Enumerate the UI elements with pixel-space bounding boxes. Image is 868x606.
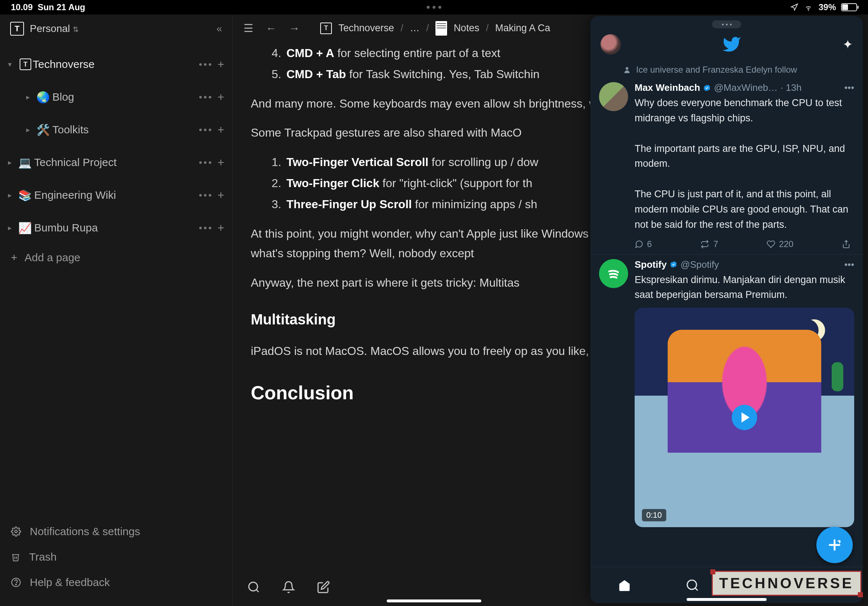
crumb-root[interactable]: Technoverse bbox=[338, 23, 394, 34]
crumb-current[interactable]: Making A Ca bbox=[495, 23, 550, 34]
search-icon[interactable] bbox=[247, 581, 260, 594]
sidebar-item-engineering-wiki[interactable]: ▸📚 Engineering Wiki •••+ bbox=[0, 179, 232, 212]
svg-point-0 bbox=[808, 9, 809, 10]
play-icon[interactable] bbox=[732, 405, 757, 430]
home-indicator[interactable] bbox=[687, 598, 767, 601]
tweet-text: Ekspresikan dirimu. Manjakan diri dengan… bbox=[635, 272, 854, 303]
battery-percent: 39% bbox=[818, 2, 836, 12]
note-icon bbox=[436, 21, 447, 36]
help-feedback[interactable]: Help & feedback bbox=[11, 570, 222, 595]
add-page-button[interactable]: + Add a page bbox=[0, 244, 232, 271]
svg-point-4 bbox=[249, 582, 258, 591]
sidebar-item-toolkits[interactable]: ▸🛠️ Toolkits •••+ bbox=[0, 113, 232, 146]
root-icon: T bbox=[320, 23, 332, 34]
back-icon[interactable]: ← bbox=[263, 21, 279, 36]
books-icon: 📚 bbox=[18, 189, 34, 202]
home-indicator[interactable] bbox=[387, 600, 481, 602]
tweet-text: Why does everyone benchmark the CPU to t… bbox=[635, 96, 854, 232]
gear-icon bbox=[11, 526, 21, 536]
sparkle-icon[interactable]: ✦ bbox=[843, 37, 853, 52]
plus-icon: + bbox=[11, 251, 17, 264]
sidebar-item-blog[interactable]: ▸🌏 Blog •••+ bbox=[0, 80, 232, 113]
trash[interactable]: Trash bbox=[11, 544, 222, 570]
location-icon bbox=[790, 3, 798, 11]
share-button[interactable] bbox=[842, 239, 851, 249]
crumb-ellipsis[interactable]: … bbox=[410, 23, 420, 34]
retweet-button[interactable]: 7 bbox=[700, 239, 718, 249]
tweet-media[interactable]: 0:10 bbox=[635, 308, 854, 527]
item-menu-icon[interactable]: ••• bbox=[199, 59, 213, 70]
sidebar-item-technoverse[interactable]: ▾T Technoverse ••• + bbox=[0, 48, 232, 80]
forward-icon[interactable]: → bbox=[286, 21, 303, 36]
twitter-logo-icon bbox=[722, 34, 741, 54]
status-bar: 10.09 Sun 21 Aug 39% bbox=[0, 0, 868, 14]
tweet-avatar[interactable] bbox=[599, 82, 628, 111]
sidebar-item-technical-project[interactable]: ▸💻 Technical Project •••+ bbox=[0, 146, 232, 179]
notifications-icon[interactable] bbox=[282, 581, 295, 594]
social-context: Ice universe and Franzeska Edelyn follow bbox=[590, 62, 863, 78]
workspace-switcher[interactable]: Personal ⇅ bbox=[30, 23, 79, 34]
chart-icon: 📈 bbox=[18, 222, 34, 234]
compose-icon[interactable] bbox=[317, 581, 330, 594]
status-time-date: 10.09 Sun 21 Aug bbox=[11, 2, 790, 12]
crumb-notes[interactable]: Notes bbox=[454, 23, 479, 34]
slideover-grabber[interactable] bbox=[712, 20, 741, 28]
reply-button[interactable]: 6 bbox=[635, 239, 652, 249]
sidebar-item-bumbu-rupa[interactable]: ▸📈 Bumbu Rupa •••+ bbox=[0, 212, 232, 244]
menu-icon[interactable]: ☰ bbox=[240, 20, 256, 36]
svg-point-1 bbox=[15, 530, 17, 533]
collapse-sidebar-icon[interactable]: « bbox=[216, 23, 222, 34]
twitter-slideover: ✦ Ice universe and Franzeska Edelyn foll… bbox=[590, 16, 863, 603]
svg-point-5 bbox=[626, 67, 628, 70]
help-icon bbox=[11, 577, 21, 587]
notifications-settings[interactable]: Notifications & settings bbox=[11, 519, 222, 544]
verified-icon bbox=[703, 84, 711, 92]
tweet-menu-icon[interactable]: ••• bbox=[845, 82, 854, 93]
add-child-icon[interactable]: + bbox=[217, 58, 224, 71]
wifi-icon bbox=[803, 3, 814, 11]
compose-tweet-button[interactable] bbox=[816, 527, 853, 563]
battery-icon bbox=[841, 3, 857, 11]
watermark: TECHNOVERSE bbox=[712, 571, 862, 596]
tweet[interactable]: Max Weinbach @MaxWineb… · 13h ••• Why do… bbox=[590, 78, 863, 255]
workspace-icon[interactable]: T bbox=[10, 22, 24, 36]
sidebar: T Personal ⇅ « ▾T Technoverse ••• + ▸🌏 B… bbox=[0, 14, 232, 606]
laptop-icon: 💻 bbox=[18, 156, 34, 169]
verified-icon bbox=[670, 260, 677, 269]
multitask-dots[interactable] bbox=[427, 6, 441, 9]
svg-point-3 bbox=[16, 584, 16, 585]
like-button[interactable]: 220 bbox=[767, 239, 794, 249]
svg-point-6 bbox=[687, 580, 696, 589]
tweet[interactable]: Spotify @Spotify ••• Ekspresikan dirimu.… bbox=[590, 255, 863, 531]
tweet-avatar[interactable] bbox=[599, 259, 628, 288]
tweet-menu-icon[interactable]: ••• bbox=[845, 259, 854, 270]
profile-avatar[interactable] bbox=[600, 34, 621, 54]
globe-icon: 🌏 bbox=[36, 91, 52, 104]
home-tab[interactable] bbox=[618, 578, 631, 592]
tools-icon: 🛠️ bbox=[36, 124, 52, 136]
search-tab[interactable] bbox=[685, 578, 699, 592]
trash-icon bbox=[11, 552, 20, 562]
video-duration: 0:10 bbox=[642, 509, 666, 521]
